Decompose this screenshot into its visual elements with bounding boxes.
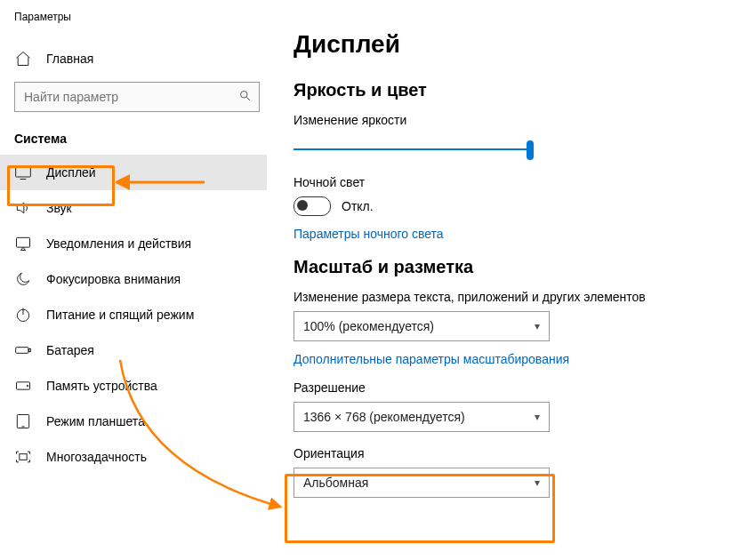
sidebar-item-sound[interactable]: Звук [0,190,267,226]
page-title: Дисплей [294,30,729,59]
display-icon [14,164,32,181]
scale-section-title: Масштаб и разметка [294,257,729,277]
brightness-label: Изменение яркости [294,113,729,127]
search-input[interactable] [14,82,260,112]
chevron-down-icon: ▾ [535,476,540,489]
slider-thumb[interactable] [527,140,534,160]
nav-label-notifications: Уведомления и действия [46,236,191,251]
svg-rect-8 [17,415,28,428]
night-light-state: Откл. [342,199,374,213]
sidebar-item-notifications[interactable]: Уведомления и действия [0,226,267,261]
night-light-label: Ночной свет [294,175,729,189]
sidebar-item-battery[interactable]: Батарея [0,332,267,368]
nav-label-storage: Память устройства [46,379,157,393]
sidebar-item-multitasking[interactable]: Многозадачность [0,439,267,475]
scale-info-label: Изменение размера текста, приложений и д… [294,290,729,304]
orientation-dropdown[interactable]: Альбомная ▾ [294,468,550,498]
sidebar-home[interactable]: Главная [0,41,267,76]
svg-point-0 [241,92,248,99]
brightness-section-title: Яркость и цвет [294,80,729,100]
scale-advanced-link[interactable]: Дополнительные параметры масштабирования [294,352,729,366]
svg-rect-5 [29,348,31,351]
svg-rect-1 [16,167,31,177]
nav-label-tablet: Режим планшета [46,414,145,428]
orientation-label: Ориентация [294,446,729,460]
storage-icon [14,377,32,395]
brightness-slider[interactable] [294,148,530,150]
sidebar-item-tablet[interactable]: Режим планшета [0,404,267,439]
sidebar-item-storage[interactable]: Память устройства [0,368,267,404]
power-icon [14,306,32,324]
sidebar-item-power[interactable]: Питание и спящий режим [0,297,267,332]
multitasking-icon [14,448,32,466]
nav-label-battery: Батарея [46,343,94,357]
focus-icon [14,270,32,288]
svg-rect-2 [17,237,30,247]
switch-knob [297,200,308,211]
window-title: Параметры [0,7,267,41]
nav-label-power: Питание и спящий режим [46,308,194,322]
chevron-down-icon: ▾ [535,411,540,423]
resolution-value: 1366 × 768 (рекомендуется) [303,410,465,424]
night-light-settings-link[interactable]: Параметры ночного света [294,227,729,241]
resolution-dropdown[interactable]: 1366 × 768 (рекомендуется) ▾ [294,402,550,432]
sidebar-section-title: Система [0,128,267,155]
nav-label-sound: Звук [46,201,72,215]
nav-label-display: Дисплей [46,165,96,180]
search-icon [238,89,252,105]
scale-dropdown[interactable]: 100% (рекомендуется) ▾ [294,311,550,341]
home-label: Главная [46,52,93,66]
sidebar-item-display[interactable]: Дисплей [0,155,267,190]
resolution-label: Разрешение [294,380,729,395]
sidebar: Параметры Главная Система Дисплей З [0,0,267,560]
sound-icon [14,199,32,217]
svg-rect-9 [20,454,27,460]
svg-rect-4 [16,348,28,354]
tablet-icon [14,412,32,430]
sidebar-item-focus[interactable]: Фокусировка внимания [0,261,267,297]
svg-point-7 [27,385,28,387]
orientation-value: Альбомная [303,476,368,490]
nav-label-multitasking: Многозадачность [46,450,147,464]
night-light-toggle[interactable] [294,196,331,216]
search-field[interactable] [22,89,238,105]
nav-label-focus: Фокусировка внимания [46,272,181,286]
battery-icon [14,341,32,359]
notifications-icon [14,235,32,252]
main-panel: Дисплей Яркость и цвет Изменение яркости… [267,0,756,560]
svg-rect-6 [17,382,30,389]
scale-value: 100% (рекомендуется) [303,319,434,333]
home-icon [14,50,32,68]
chevron-down-icon: ▾ [535,320,540,332]
